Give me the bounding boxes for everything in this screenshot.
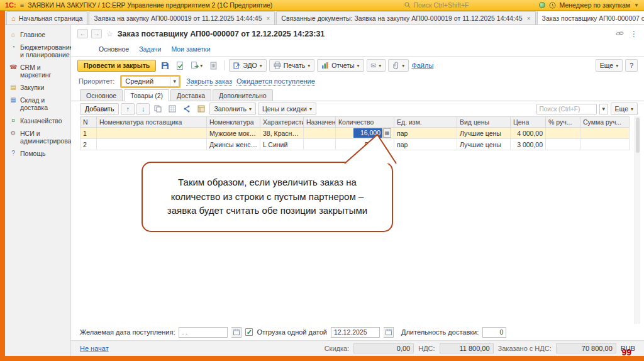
reports-button[interactable]: Отчеты▾ (317, 59, 364, 72)
attachment-button[interactable]: ▾ (388, 59, 409, 72)
discussions-icon[interactable] (539, 2, 545, 8)
sidebar-item-masterdata[interactable]: ⚙НСИ и администрирование (5, 127, 70, 147)
column-header[interactable]: % руч... (546, 117, 580, 128)
sidebar-item-treasury[interactable]: ¤Казначейство (5, 114, 70, 127)
column-header[interactable]: Цена (511, 117, 546, 128)
mail-button[interactable]: ✉▾ (367, 59, 386, 72)
cell-item[interactable]: Мужские мокас... (207, 128, 260, 139)
state-link[interactable]: Не начат (80, 345, 109, 352)
doctab-main[interactable]: Основное (80, 89, 123, 101)
cell-n[interactable]: 2 (80, 139, 97, 150)
link-icon[interactable] (616, 30, 624, 38)
cell-price[interactable]: 3 000,00 (511, 139, 546, 150)
chevron-down-icon[interactable]: ▼ (599, 104, 608, 114)
sidebar-item-warehouse[interactable]: ▦Склад и доставка (5, 94, 70, 114)
cell-price-type[interactable]: Лучшие цены (457, 128, 511, 139)
close-icon[interactable]: × (526, 15, 531, 22)
navlink-tasks[interactable]: Задачи (139, 45, 161, 53)
kebab-menu-icon[interactable]: ⋮ (630, 30, 638, 38)
column-header[interactable]: Количество (336, 117, 394, 128)
create-based-on-icon[interactable]: ▾ (189, 59, 204, 72)
cell-supplier-item[interactable] (97, 128, 207, 139)
column-header[interactable]: Назначение (304, 117, 336, 128)
grid-search-input[interactable] (536, 104, 597, 114)
cell-manual-amount[interactable] (580, 139, 630, 150)
cell-unit[interactable]: пар (394, 139, 457, 150)
history-icon[interactable] (549, 2, 556, 9)
list-settings-icon[interactable] (195, 103, 208, 115)
back-button[interactable]: ← (77, 29, 88, 38)
global-search[interactable]: Поиск Ctrl+Shift+F (404, 1, 469, 9)
sidebar-item-help[interactable]: ?Помощь (5, 147, 70, 160)
cell-purpose[interactable] (304, 139, 336, 150)
close-order-link[interactable]: Закрыть заказ (186, 77, 232, 86)
current-user[interactable]: Менеджер по закупкам (560, 1, 631, 9)
cell-n[interactable]: 1 (80, 128, 97, 139)
more-button[interactable]: Еще▾ (596, 59, 623, 72)
cell-supplier-item[interactable] (97, 139, 207, 150)
edo-button[interactable]: ЭДО▾ (229, 59, 267, 72)
delivery-duration-input[interactable]: 0 (482, 327, 506, 338)
tab-purchase-request[interactable]: Заявка на закупку АП00-000019 от 11.12.2… (89, 11, 275, 25)
single-shipment-checkbox[interactable]: ✓ (245, 328, 253, 336)
grid-more-button[interactable]: Еще▾ (611, 103, 638, 115)
calendar-icon[interactable] (231, 327, 242, 338)
cell-manual-amount[interactable] (580, 128, 630, 139)
sidebar-item-main[interactable]: ⌂Главное (5, 28, 70, 41)
help-button[interactable]: ? (625, 59, 638, 72)
sidebar-item-budgeting[interactable]: ◔Бюджетирование и планирование (5, 41, 70, 61)
column-header[interactable]: Ед. изм. (394, 117, 457, 128)
close-icon[interactable]: × (265, 15, 270, 22)
add-row-button[interactable]: Добавить (80, 103, 119, 115)
share-icon[interactable] (180, 103, 193, 115)
cell-price-type[interactable]: Лучшие цены (457, 139, 511, 150)
prices-discounts-button[interactable]: Цены и скидки▾ (258, 103, 316, 115)
column-header[interactable]: Вид цены (457, 117, 511, 128)
cell-manual-discount[interactable] (546, 128, 580, 139)
priority-select[interactable]: Средний ▼ (121, 76, 179, 87)
receipt-status-link[interactable]: Ожидается поступление (236, 77, 315, 86)
forward-button[interactable]: → (91, 29, 102, 38)
doctab-delivery[interactable]: Доставка (170, 89, 211, 101)
cell-variant[interactable]: 38, Красный, 7,... (260, 128, 304, 139)
tab-supplier-order[interactable]: Заказ поставщику АП00-000007 от 12.12.20… (537, 11, 644, 25)
spreadsheet-icon[interactable] (166, 103, 179, 115)
cell-purpose[interactable] (304, 128, 336, 139)
doctab-additional[interactable]: Дополнительно (213, 89, 273, 101)
calendar-icon[interactable] (384, 327, 394, 338)
scrollbar-thumb[interactable] (636, 118, 640, 153)
post-and-close-button[interactable]: Провести и закрыть (77, 60, 156, 72)
cell-item[interactable]: Джинсы женски... (207, 139, 260, 150)
column-header[interactable]: Номенклатура (207, 117, 260, 128)
chevron-down-icon[interactable]: ▼ (634, 3, 639, 8)
cell-price[interactable]: 4 000,00 (511, 128, 546, 139)
chevron-down-icon[interactable]: ▼ (170, 77, 179, 86)
fill-button[interactable]: Заполнить▾ (209, 103, 256, 115)
print-button[interactable]: Печать▾ (269, 59, 314, 72)
column-header[interactable]: Сумма руч... (580, 117, 630, 128)
favorite-star-icon[interactable]: ☆ (106, 30, 113, 38)
files-link[interactable]: Файлы (411, 62, 433, 69)
cell-variant[interactable]: L Синий (260, 139, 304, 150)
tab-home[interactable]: ⌂ Начальная страница (6, 11, 87, 25)
sidebar-item-crm[interactable]: ☎CRM и маркетинг (5, 61, 70, 81)
move-down-button[interactable]: ↓ (136, 103, 150, 115)
doctab-goods[interactable]: Товары (2) (124, 89, 169, 101)
sidebar-item-purchases[interactable]: ▤Закупки (5, 81, 70, 94)
shipment-date-input[interactable]: 12.12.2025 (331, 327, 380, 338)
copy-row-icon[interactable] (152, 103, 164, 115)
tab-related-documents[interactable]: Связанные документы: Заявка на закупку А… (276, 11, 535, 25)
desired-date-input[interactable]: . . (179, 327, 228, 338)
column-header[interactable]: N (80, 117, 97, 128)
post-document-icon[interactable] (174, 59, 186, 72)
column-header[interactable]: Номенклатура поставщика (97, 117, 207, 128)
cell-manual-discount[interactable] (546, 139, 580, 150)
navlink-main[interactable]: Основное (99, 45, 129, 53)
vertical-scrollbar[interactable] (635, 116, 640, 324)
cell-unit[interactable]: пар (394, 128, 457, 139)
main-menu-icon[interactable]: ≡ (20, 1, 24, 9)
save-icon[interactable] (158, 59, 171, 72)
column-header[interactable]: Характеристика (260, 117, 304, 128)
navlink-notes[interactable]: Мои заметки (171, 45, 210, 53)
move-up-button[interactable]: ↑ (121, 103, 135, 115)
